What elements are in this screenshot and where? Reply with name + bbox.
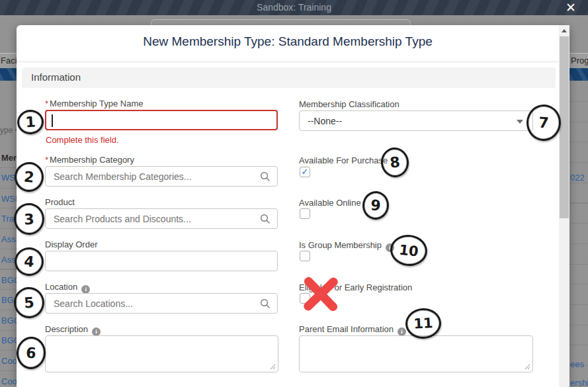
modal-divider (17, 62, 559, 62)
background-tab-band: Facili (0, 53, 17, 68)
field-label: Available For Purchase (299, 155, 533, 165)
required-marker: * (45, 99, 48, 108)
search-icon (260, 298, 271, 309)
background-row-link: ees (570, 359, 584, 369)
background-column-header: Mer (1, 153, 17, 163)
membership-type-name-input[interactable] (45, 110, 278, 130)
background-row-link: BGC (1, 316, 17, 325)
available-for-purchase-checkbox[interactable]: ✓ (300, 167, 310, 177)
background-tab-band: Prog (569, 53, 588, 68)
resize-handle-icon[interactable] (524, 363, 530, 370)
section-title: Information (31, 71, 81, 83)
description-textarea[interactable] (45, 335, 278, 372)
field-label: *Membership Category (45, 155, 278, 165)
close-icon[interactable]: ✕ (566, 0, 576, 15)
select-value: --None-- (308, 116, 342, 126)
input-placeholder: Search Locations... (54, 298, 133, 309)
field-available-online: Available Online (299, 198, 533, 208)
sandbox-banner-title: Sandbox: Training (0, 2, 588, 13)
modal-scrollbar[interactable] (559, 25, 569, 387)
input-placeholder: Search Membership Categories... (54, 171, 192, 182)
product-lookup-input[interactable]: Search Products and Discounts... (45, 208, 278, 229)
field-label: Available Online (299, 198, 533, 208)
field-membership-category: *Membership Category Search Membership C… (45, 155, 278, 165)
field-description: Descriptioni (45, 324, 278, 336)
field-available-for-purchase: Available For Purchase ✓ (299, 155, 533, 165)
field-label: *Membership Type Name (45, 99, 278, 108)
search-icon (260, 214, 271, 224)
background-tab-programs: Prog (571, 56, 588, 65)
search-icon (260, 171, 271, 182)
is-group-membership-checkbox[interactable] (300, 251, 310, 261)
field-label: Membership Classification (299, 99, 533, 109)
checkmark-icon: ✓ (300, 167, 310, 177)
field-membership-classification: Membership Classification --None-- (299, 99, 533, 109)
background-row-link: BGC (1, 275, 17, 285)
background-breadcrumb: ype • (0, 126, 17, 135)
chevron-down-icon (517, 120, 523, 124)
parent-email-information-textarea[interactable] (299, 335, 533, 372)
resize-handle-icon[interactable] (269, 363, 276, 370)
field-location: Locationi Search Locations... (45, 282, 278, 294)
scroll-up-arrow-icon[interactable] (559, 25, 569, 36)
field-label: Display Order (45, 239, 278, 249)
field-label: Product (45, 197, 278, 207)
background-row-link: WSE (1, 194, 17, 204)
background-page-left-fragment: Facili ype • Mer WSE WSE Train Assa Assa… (0, 15, 17, 387)
background-nav-bar (0, 68, 17, 81)
required-marker: * (45, 155, 48, 165)
text-caret (52, 114, 53, 127)
available-online-checkbox[interactable] (300, 208, 310, 219)
field-product: Product Search Products and Discounts... (45, 197, 278, 207)
background-row-link: 022 (570, 173, 585, 183)
section-header-information: Information (22, 67, 556, 88)
modal-title: New Membership Type: Standard Membership… (17, 34, 559, 49)
background-row-link: Coo (1, 356, 17, 366)
background-row-link: Coo (1, 376, 17, 386)
background-row-link: Assa (1, 234, 17, 244)
field-display-order: Display Order (45, 239, 278, 249)
scrollbar-thumb[interactable] (560, 36, 569, 218)
input-placeholder: Search Products and Discounts... (54, 214, 191, 224)
new-membership-type-modal: New Membership Type: Standard Membership… (17, 25, 569, 387)
sandbox-banner: Sandbox: Training ✕ (0, 0, 588, 15)
field-error-message: Complete this field. (46, 135, 119, 145)
background-tab-facilities: Facili (1, 56, 17, 65)
background-row-link: BGC (1, 335, 17, 345)
annotation-red-x (300, 273, 341, 314)
field-label: Locationi (45, 282, 278, 294)
membership-classification-select[interactable]: --None-- (299, 110, 533, 131)
location-lookup-input[interactable]: Search Locations... (45, 293, 278, 314)
background-row-link: ershi (570, 378, 588, 387)
background-nav-bar (569, 68, 588, 81)
field-label: Descriptioni (45, 324, 278, 336)
membership-category-lookup-input[interactable]: Search Membership Categories... (45, 166, 278, 187)
background-page-right-fragment: Prog 022 ees ershi (569, 15, 588, 387)
display-order-input[interactable] (45, 251, 278, 271)
background-table-rowlines (569, 101, 588, 387)
field-membership-type-name: *Membership Type Name Complete this fiel… (45, 99, 278, 108)
